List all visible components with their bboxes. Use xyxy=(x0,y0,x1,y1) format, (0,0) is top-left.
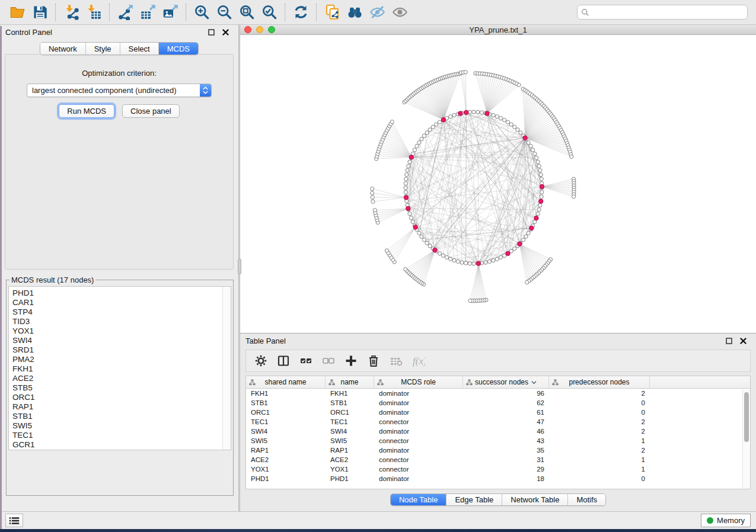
zoom-selected-button[interactable] xyxy=(258,2,280,23)
import-table-button[interactable] xyxy=(82,2,105,23)
mcds-result-item[interactable]: SWI5 xyxy=(12,421,231,431)
table-row[interactable]: SWI4SWI4dominator462 xyxy=(246,427,750,436)
mcds-result-item[interactable]: ORC1 xyxy=(12,393,231,402)
network-canvas[interactable] xyxy=(240,35,756,333)
delete-column-button[interactable] xyxy=(363,351,384,370)
mcds-result-item[interactable]: PMA2 xyxy=(12,355,231,364)
table-header-row: shared namenameMCDS rolesuccessor nodesp… xyxy=(246,376,750,389)
search-icon xyxy=(581,8,589,17)
column-type-icon xyxy=(377,379,384,386)
hide-selected-button[interactable] xyxy=(366,2,388,23)
splitter-handle[interactable] xyxy=(238,259,241,274)
memory-button[interactable]: Memory xyxy=(701,514,751,527)
zoom-in-icon xyxy=(194,4,210,20)
column-header-successor-nodes[interactable]: successor nodes xyxy=(463,376,549,388)
status-bar: Memory xyxy=(0,511,756,529)
mcds-result-item[interactable]: SRD1 xyxy=(12,345,231,355)
table-row[interactable]: ORC1ORC1dominator610 xyxy=(246,408,750,417)
add-column-button[interactable] xyxy=(341,351,361,370)
close-mcds-button[interactable]: Close panel xyxy=(122,104,180,118)
table-row[interactable]: YOX1YOX1connector291 xyxy=(246,464,750,474)
show-all-button[interactable] xyxy=(388,2,411,23)
deselect-all-rows-button[interactable] xyxy=(318,351,339,370)
mcds-result-item[interactable]: SWI4 xyxy=(12,336,231,345)
export-image-button[interactable] xyxy=(159,2,181,23)
tab-node-table[interactable]: Node Table xyxy=(391,494,446,505)
mcds-result-item[interactable]: PHD1 xyxy=(12,289,231,298)
search-box[interactable] xyxy=(577,5,748,20)
refresh-layout-button[interactable] xyxy=(289,2,312,23)
table-row[interactable]: STB1STB1dominator620 xyxy=(246,398,750,408)
sort-descending-icon xyxy=(531,380,537,384)
table-cell: RAP1 xyxy=(326,447,374,454)
zoom-fit-button[interactable] xyxy=(235,2,258,23)
select-all-rows-button[interactable] xyxy=(296,351,316,370)
float-panel-button[interactable] xyxy=(206,28,216,37)
table-row[interactable]: FKH1FKH1dominator962 xyxy=(246,389,750,398)
table-cell: YOX1 xyxy=(326,466,374,473)
tab-edge-table[interactable]: Edge Table xyxy=(446,494,502,505)
zoom-in-button[interactable] xyxy=(190,2,213,23)
mcds-result-item[interactable]: STB1 xyxy=(12,412,231,421)
table-row[interactable]: RAP1RAP1dominator352 xyxy=(246,446,750,455)
criterion-value: largest connected component (undirected) xyxy=(27,86,200,95)
table-cell: PHD1 xyxy=(246,475,326,482)
mcds-result-item[interactable]: FKH1 xyxy=(12,364,231,374)
panel-splitter[interactable] xyxy=(238,25,240,511)
tab-motifs[interactable]: Motifs xyxy=(567,494,605,505)
mcds-result-item[interactable]: GCR1 xyxy=(12,440,231,450)
tab-style[interactable]: Style xyxy=(85,43,120,55)
save-session-icon xyxy=(32,4,48,20)
table-scrollbar-thumb[interactable] xyxy=(744,392,749,442)
import-network-button[interactable] xyxy=(60,2,82,23)
table-cell: 43 xyxy=(463,437,549,444)
table-scrollbar[interactable] xyxy=(742,389,750,489)
column-header-shared-name[interactable]: shared name xyxy=(246,376,326,388)
table-settings-button[interactable] xyxy=(251,351,271,370)
mcds-result-item[interactable]: STB5 xyxy=(12,383,231,393)
mcds-result-item[interactable]: ACE2 xyxy=(12,374,231,383)
show-columns-button[interactable] xyxy=(273,351,294,370)
export-table-button[interactable] xyxy=(136,2,159,23)
close-table-panel-button[interactable] xyxy=(738,336,748,346)
control-panel-title: Control Panel xyxy=(5,28,202,37)
run-mcds-button[interactable]: Run MCDS xyxy=(59,104,114,118)
find-button[interactable] xyxy=(343,2,366,23)
desktop-wallpaper-strip xyxy=(0,26,2,529)
column-header-MCDS-role[interactable]: MCDS role xyxy=(374,376,463,388)
export-table-icon xyxy=(140,4,156,20)
table-cell: TEC1 xyxy=(246,418,326,425)
table-cell: 47 xyxy=(463,418,549,425)
mcds-list-scrollbar[interactable] xyxy=(222,287,231,450)
column-header-name[interactable]: name xyxy=(326,376,374,388)
clone-network-button[interactable] xyxy=(321,2,343,23)
save-session-button[interactable] xyxy=(28,2,51,23)
column-header-predecessor-nodes[interactable]: predecessor nodes xyxy=(549,376,650,388)
open-session-button[interactable] xyxy=(6,2,28,23)
search-input[interactable] xyxy=(592,8,744,17)
mcds-result-item[interactable]: TID3 xyxy=(12,317,231,326)
column-type-icon xyxy=(552,379,559,386)
svg-text:f(x): f(x) xyxy=(413,355,425,367)
table-row[interactable]: PHD1PHD1dominator180 xyxy=(246,474,750,483)
export-image-icon xyxy=(162,4,178,20)
mcds-result-item[interactable]: TEC1 xyxy=(12,431,231,440)
mcds-result-item[interactable]: RAP1 xyxy=(12,402,231,412)
tab-network[interactable]: Network xyxy=(40,43,85,55)
table-row[interactable]: TEC1TEC1connector472 xyxy=(246,417,750,427)
table-row[interactable]: ACE2ACE2connector311 xyxy=(246,455,750,464)
tab-mcds[interactable]: MCDS xyxy=(158,43,198,55)
export-network-button[interactable] xyxy=(114,2,136,23)
mcds-result-item[interactable]: STP4 xyxy=(12,307,231,317)
task-history-button[interactable] xyxy=(5,514,23,527)
zoom-out-button[interactable] xyxy=(213,2,235,23)
zoom-fit-icon xyxy=(239,4,255,20)
mcds-result-item[interactable]: CAR1 xyxy=(12,298,231,307)
tab-select[interactable]: Select xyxy=(120,43,158,55)
float-table-panel-button[interactable] xyxy=(724,336,733,346)
mcds-result-item[interactable]: YOX1 xyxy=(12,326,231,336)
criterion-select[interactable]: largest connected component (undirected) xyxy=(27,84,212,97)
tab-network-table[interactable]: Network Table xyxy=(502,494,567,505)
close-panel-button[interactable] xyxy=(221,28,230,37)
table-row[interactable]: SWI5SWI5connector431 xyxy=(246,436,750,446)
